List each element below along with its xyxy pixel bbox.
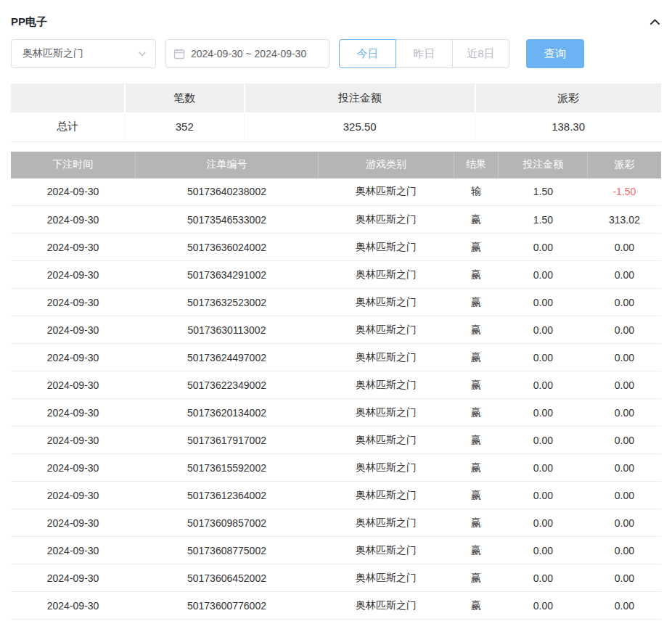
table-row: 2024-09-3050173624497002奥林匹斯之门赢0.000.00 (11, 344, 661, 371)
search-button[interactable]: 查询 (526, 39, 584, 68)
cell-bet-time: 2024-09-30 (11, 344, 135, 371)
cell-order-number: 50173632523002 (135, 289, 319, 316)
header-payout: 派彩 (588, 152, 661, 178)
summary-header-bet-amount: 投注金额 (245, 83, 475, 112)
records-header-row: 下注时间 注单编号 游戏类别 结果 投注金额 派彩 (11, 152, 661, 178)
cell-result: 赢 (454, 344, 499, 371)
cell-bet-time: 2024-09-30 (11, 316, 135, 344)
cell-payout: 0.00 (588, 454, 661, 482)
page: PP电子 奥林匹斯之门 2024-09-30 ~ 2024-09-30 今日 昨… (0, 0, 672, 620)
game-select[interactable]: 奥林匹斯之门 (11, 39, 156, 68)
cell-result: 赢 (454, 454, 499, 482)
summary-total-label: 总计 (11, 112, 125, 141)
cell-bet-amount: 0.00 (499, 427, 588, 454)
table-row: 2024-09-3050173546533002奥林匹斯之门赢1.50313.0… (11, 206, 661, 234)
cell-payout: 0.00 (588, 316, 661, 344)
table-row: 2024-09-3050173617917002奥林匹斯之门赢0.000.00 (11, 427, 661, 454)
cell-payout: 0.00 (588, 427, 661, 454)
cell-order-number: 50173546533002 (135, 206, 319, 234)
cell-payout: 0.00 (588, 482, 661, 509)
header-bet-time: 下注时间 (11, 152, 135, 178)
cell-payout: 0.00 (588, 537, 661, 564)
cell-bet-amount: 0.00 (499, 261, 588, 289)
summary-header-blank (11, 83, 125, 112)
records-table: 下注时间 注单编号 游戏类别 结果 投注金额 派彩 2024-09-305017… (11, 152, 661, 620)
collapse-chevron-up-icon[interactable] (649, 16, 661, 28)
summary-header-payout: 派彩 (475, 83, 661, 112)
cell-payout: 0.00 (588, 509, 661, 537)
date-range-picker[interactable]: 2024-09-30 ~ 2024-09-30 (165, 39, 329, 68)
cell-game-category: 奥林匹斯之门 (319, 289, 454, 316)
cell-order-number: 50173617917002 (135, 427, 319, 454)
cell-bet-amount: 0.00 (499, 399, 588, 427)
cell-bet-amount: 0.00 (499, 509, 588, 537)
cell-game-category: 奥林匹斯之门 (319, 399, 454, 427)
cell-game-category: 奥林匹斯之门 (319, 178, 454, 206)
cell-payout: 0.00 (588, 399, 661, 427)
table-row: 2024-09-3050173609857002奥林匹斯之门赢0.000.00 (11, 509, 661, 537)
table-row: 2024-09-3050173636024002奥林匹斯之门赢0.000.00 (11, 234, 661, 261)
section-header: PP电子 (11, 0, 661, 39)
cell-bet-time: 2024-09-30 (11, 427, 135, 454)
header-game-category: 游戏类别 (319, 152, 454, 178)
cell-order-number: 50173615592002 (135, 454, 319, 482)
cell-result: 赢 (454, 482, 499, 509)
cell-bet-time: 2024-09-30 (11, 289, 135, 316)
yesterday-button[interactable]: 昨日 (396, 39, 453, 68)
cell-game-category: 奥林匹斯之门 (319, 482, 454, 509)
cell-payout: 0.00 (588, 371, 661, 399)
cell-order-number: 50173608775002 (135, 537, 319, 564)
table-row: 2024-09-3050173606452002奥林匹斯之门赢0.000.00 (11, 564, 661, 592)
cell-result: 赢 (454, 399, 499, 427)
cell-order-number: 50173600776002 (135, 592, 319, 620)
summary-total-payout: 138.30 (475, 112, 661, 141)
cell-payout: 0.00 (588, 261, 661, 289)
header-order-number: 注单编号 (135, 152, 319, 178)
cell-order-number: 50173609857002 (135, 509, 319, 537)
cell-result: 赢 (454, 206, 499, 234)
filter-bar: 奥林匹斯之门 2024-09-30 ~ 2024-09-30 今日 昨日 近8日… (11, 39, 661, 68)
summary-header-row: 笔数 投注金额 派彩 (11, 83, 661, 112)
cell-payout: 0.00 (588, 564, 661, 592)
cell-result: 赢 (454, 427, 499, 454)
summary-table: 笔数 投注金额 派彩 总计 352 325.50 138.30 (11, 83, 661, 142)
quick-range-button-group: 今日 昨日 近8日 (339, 39, 509, 68)
summary-total-row: 总计 352 325.50 138.30 (11, 112, 661, 141)
last-8-days-button[interactable]: 近8日 (452, 39, 509, 68)
cell-result: 赢 (454, 316, 499, 344)
cell-bet-time: 2024-09-30 (11, 178, 135, 206)
cell-bet-time: 2024-09-30 (11, 234, 135, 261)
cell-game-category: 奥林匹斯之门 (319, 564, 454, 592)
cell-result: 赢 (454, 371, 499, 399)
cell-bet-amount: 0.00 (499, 316, 588, 344)
table-row: 2024-09-3050173634291002奥林匹斯之门赢0.000.00 (11, 261, 661, 289)
table-row: 2024-09-3050173630113002奥林匹斯之门赢0.000.00 (11, 316, 661, 344)
table-row: 2024-09-3050173615592002奥林匹斯之门赢0.000.00 (11, 454, 661, 482)
cell-bet-time: 2024-09-30 (11, 537, 135, 564)
cell-bet-amount: 1.50 (499, 178, 588, 206)
cell-result: 赢 (454, 537, 499, 564)
cell-result: 赢 (454, 261, 499, 289)
cell-payout: 0.00 (588, 234, 661, 261)
cell-order-number: 50173630113002 (135, 316, 319, 344)
cell-game-category: 奥林匹斯之门 (319, 206, 454, 234)
cell-bet-time: 2024-09-30 (11, 482, 135, 509)
cell-payout: -1.50 (588, 178, 661, 206)
header-bet-amount: 投注金额 (499, 152, 588, 178)
cell-result: 输 (454, 178, 499, 206)
cell-payout: 0.00 (588, 592, 661, 620)
table-row: 2024-09-3050173632523002奥林匹斯之门赢0.000.00 (11, 289, 661, 316)
game-select-value: 奥林匹斯之门 (22, 47, 83, 60)
summary-header-count: 笔数 (125, 83, 245, 112)
table-row: 2024-09-3050173640238002奥林匹斯之门输1.50-1.50 (11, 178, 661, 206)
cell-result: 赢 (454, 564, 499, 592)
cell-order-number: 50173624497002 (135, 344, 319, 371)
cell-game-category: 奥林匹斯之门 (319, 371, 454, 399)
cell-order-number: 50173634291002 (135, 261, 319, 289)
cell-bet-time: 2024-09-30 (11, 454, 135, 482)
today-button[interactable]: 今日 (339, 39, 396, 68)
cell-bet-amount: 0.00 (499, 564, 588, 592)
cell-bet-time: 2024-09-30 (11, 371, 135, 399)
table-row: 2024-09-3050173622349002奥林匹斯之门赢0.000.00 (11, 371, 661, 399)
cell-payout: 0.00 (588, 344, 661, 371)
